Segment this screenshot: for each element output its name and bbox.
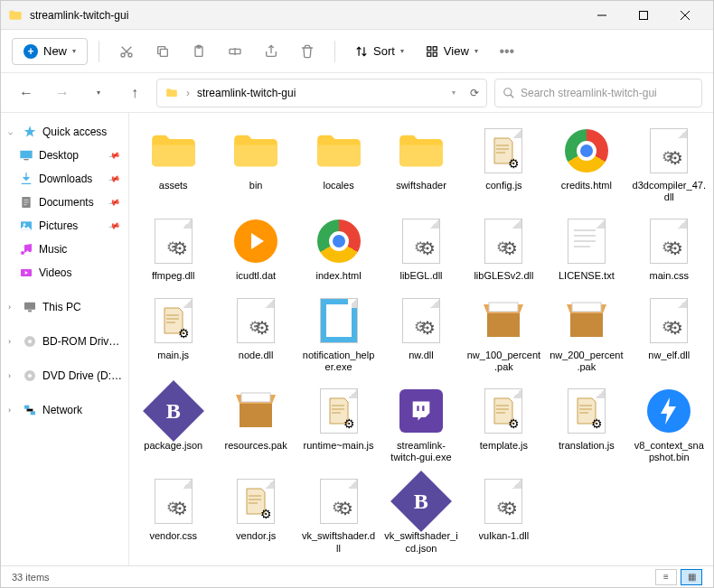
file-icon: [230, 216, 281, 266]
file-grid: assetsbinlocalesswiftshader⚙config.jscre…: [133, 120, 709, 560]
pin-icon: 📌: [108, 196, 121, 209]
file-label: icudtl.dat: [236, 270, 276, 282]
file-item[interactable]: index.html: [298, 210, 379, 287]
file-label: streamlink-twitch-gui.exe: [384, 440, 458, 463]
file-item[interactable]: bin: [215, 120, 296, 209]
file-label: vk_swiftshader.dll: [302, 530, 376, 554]
search-input[interactable]: Search streamlink-twitch-gui: [494, 79, 702, 107]
file-item[interactable]: swiftshader: [380, 120, 461, 209]
sidebar-network[interactable]: › Network: [1, 398, 128, 422]
desktop-icon: [19, 148, 33, 163]
minimize-button[interactable]: [581, 1, 623, 30]
file-label: d3dcompiler_47.dll: [632, 180, 706, 203]
sidebar-bd-rom[interactable]: › BD-ROM Drive (E:) C: [1, 330, 128, 353]
file-item[interactable]: ⚙⚙vendor.css: [133, 471, 213, 559]
file-item[interactable]: Bvk_swiftshader_icd.json: [380, 471, 461, 559]
svg-rect-25: [31, 411, 35, 415]
file-item[interactable]: credits.html: [546, 120, 626, 209]
svg-rect-29: [572, 303, 601, 312]
file-item[interactable]: nw_100_percent.pak: [464, 290, 544, 378]
rename-button[interactable]: [219, 35, 251, 68]
file-item[interactable]: ⚙⚙node.dll: [215, 290, 296, 378]
paste-button[interactable]: [183, 35, 215, 68]
share-button[interactable]: [255, 35, 287, 68]
file-label: resources.pak: [225, 440, 287, 452]
file-item[interactable]: icudtl.dat: [215, 210, 296, 287]
maximize-button[interactable]: [623, 1, 664, 30]
file-item[interactable]: ⚙⚙ffmpeg.dll: [133, 210, 213, 287]
file-item[interactable]: ⚙⚙libEGL.dll: [380, 210, 461, 287]
icons-view-button[interactable]: ▦: [681, 569, 702, 585]
file-item[interactable]: nw_200_percent.pak: [546, 290, 626, 378]
file-item[interactable]: ⚙⚙main.css: [629, 210, 709, 287]
sidebar-downloads[interactable]: Downloads 📌: [1, 167, 128, 191]
file-label: bin: [249, 180, 263, 191]
recent-button[interactable]: ▾: [84, 79, 113, 107]
file-label: v8_context_snapshot.bin: [632, 440, 706, 463]
file-item[interactable]: ⚙⚙libGLESv2.dll: [464, 210, 544, 287]
file-item[interactable]: ⚙⚙vulkan-1.dll: [464, 471, 544, 559]
sidebar-desktop[interactable]: Desktop 📌: [1, 144, 128, 167]
sidebar-pictures[interactable]: Pictures 📌: [1, 214, 128, 238]
file-item[interactable]: ⚙template.js: [464, 380, 544, 469]
file-label: translation.js: [559, 440, 615, 452]
up-button[interactable]: ↑: [120, 79, 149, 107]
file-item[interactable]: ⚙⚙vk_swiftshader.dll: [298, 471, 379, 559]
music-icon: [19, 242, 33, 257]
file-item[interactable]: notification_helper.exe: [298, 290, 379, 378]
breadcrumb[interactable]: › streamlink-twitch-gui ▾ ⟳: [156, 79, 487, 107]
file-item[interactable]: v8_context_snapshot.bin: [629, 380, 709, 469]
delete-button[interactable]: [291, 35, 324, 68]
file-item[interactable]: ⚙⚙nw.dll: [380, 290, 461, 378]
file-icon: ⚙⚙: [396, 216, 446, 266]
chevron-down-icon: ▾: [474, 47, 478, 55]
svg-point-11: [504, 88, 512, 95]
file-item[interactable]: resources.pak: [215, 380, 296, 469]
file-icon: ⚙⚙: [478, 216, 529, 266]
new-button[interactable]: + New ▾: [12, 38, 88, 65]
file-icon: ⚙: [478, 386, 529, 436]
file-label: libGLESv2.dll: [474, 270, 533, 282]
file-item[interactable]: ⚙runtime~main.js: [298, 380, 379, 469]
more-button[interactable]: •••: [491, 35, 523, 68]
cut-button[interactable]: [110, 35, 143, 68]
file-label: vendor.js: [236, 530, 276, 542]
file-item[interactable]: ⚙⚙nw_elf.dll: [629, 290, 709, 378]
back-button[interactable]: ←: [12, 79, 41, 107]
svg-rect-12: [20, 151, 32, 159]
file-item[interactable]: ⚙config.js: [464, 120, 544, 209]
sidebar-documents[interactable]: Documents 📌: [1, 191, 128, 214]
close-button[interactable]: [664, 1, 706, 30]
file-item[interactable]: streamlink-twitch-gui.exe: [380, 380, 461, 469]
file-item[interactable]: assets: [133, 120, 213, 209]
view-button[interactable]: View ▾: [417, 39, 487, 63]
details-view-button[interactable]: ≡: [655, 569, 677, 585]
refresh-button[interactable]: ⟳: [470, 87, 479, 99]
file-item[interactable]: ⚙main.js: [133, 290, 213, 378]
view-icon: [426, 45, 438, 58]
file-item[interactable]: ⚙translation.js: [546, 380, 626, 469]
sidebar-this-pc[interactable]: › This PC: [1, 295, 128, 319]
file-icon: ⚙⚙: [314, 476, 364, 527]
svg-point-16: [23, 223, 26, 226]
file-icon: ⚙: [314, 386, 364, 436]
file-item[interactable]: Bpackage.json: [133, 380, 213, 469]
sidebar-quick-access[interactable]: ⌵ Quick access: [1, 120, 128, 144]
chevron-right-icon: ›: [8, 303, 17, 312]
pin-icon: 📌: [108, 173, 121, 185]
sidebar-dvd[interactable]: › DVD Drive (D:) CCCC: [1, 364, 128, 387]
svg-rect-27: [489, 303, 518, 312]
sort-button[interactable]: Sort ▾: [346, 39, 413, 63]
folder-icon: [8, 8, 23, 23]
sidebar-music[interactable]: Music: [1, 238, 128, 261]
file-label: template.js: [480, 440, 528, 452]
file-item[interactable]: ⚙vendor.js: [215, 471, 296, 559]
sidebar-videos[interactable]: Videos: [1, 261, 128, 285]
file-item[interactable]: LICENSE.txt: [546, 210, 626, 287]
copy-button[interactable]: [146, 35, 179, 68]
forward-button[interactable]: →: [48, 79, 77, 107]
file-item[interactable]: ⚙⚙d3dcompiler_47.dll: [629, 120, 709, 209]
file-item[interactable]: locales: [298, 120, 379, 209]
view-label: View: [444, 44, 469, 58]
svg-point-21: [28, 340, 32, 343]
